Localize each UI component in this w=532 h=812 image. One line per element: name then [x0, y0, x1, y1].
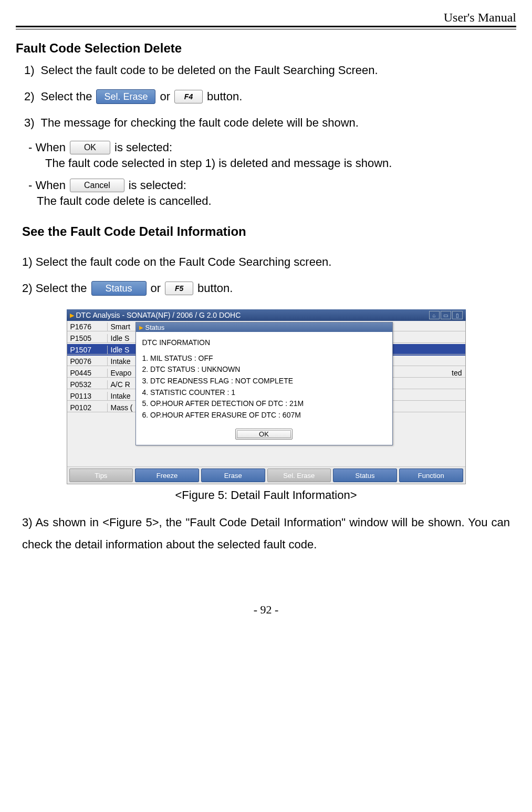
step-text: The message for checking the fault code … [41, 114, 359, 131]
when-suffix: is selected: [114, 141, 172, 154]
text-or: or [151, 280, 161, 297]
titlebar-marker-icon: ▶ [70, 312, 74, 319]
status-popup: ▶ Status DTC INFORMATION 1. MIL STATUS :… [135, 322, 393, 445]
app-titlebar: ▶ DTC Analysis - SONATA(NF) / 2006 / G 2… [67, 309, 466, 321]
text-or: or [160, 88, 170, 105]
step-text-a: Select the [41, 88, 92, 105]
f4-key[interactable]: F4 [174, 90, 203, 103]
paragraph-3: 3) As shown in <Figure 5>, the "Fault Co… [22, 512, 510, 556]
s2-step-1: 1) Select the fault code on the Fault Co… [22, 254, 516, 270]
popup-info-line: 4. STATISTIC COUNTER : 1 [142, 387, 386, 399]
section-heading-detail: See the Fault Code Detail Information [22, 224, 516, 239]
popup-info-line: 1. MIL STATUS : OFF [142, 353, 386, 365]
header-title: User's Manual [16, 11, 516, 25]
popup-info-line: 6. OP.HOUR AFTER ERASURE OF DTC : 607M [142, 410, 386, 421]
dtc-code: P0076 [67, 357, 108, 366]
dtc-code: P0445 [67, 369, 108, 378]
toolbar-freeze-button[interactable]: Freeze [135, 469, 199, 482]
status-button[interactable]: Status [91, 281, 147, 296]
toolbar-status-button[interactable]: Status [333, 469, 397, 482]
when-cancel-text: The fault code delete is cancelled. [37, 193, 516, 210]
popup-ok-button[interactable]: OK [235, 429, 293, 440]
dtc-code: P0102 [67, 403, 108, 412]
when-prefix: - When [28, 141, 66, 154]
toolbar-erase-button[interactable]: Erase [201, 469, 265, 482]
when-cancel-line: - When Cancel is selected: [28, 179, 516, 192]
step-num: 1) [24, 62, 35, 79]
when-ok-text: The fault code selected in step 1) is de… [45, 155, 516, 172]
toolbar-sel--erase-button[interactable]: Sel. Erase [267, 469, 331, 482]
toolbar-tips-button[interactable]: Tips [69, 469, 133, 482]
figure-caption: <Figure 5: Detail Fault Information> [16, 488, 516, 502]
step-3: 3) The message for checking the fault co… [24, 114, 516, 131]
when-ok-line: - When OK is selected: [28, 141, 516, 154]
popup-title-text: Status [145, 324, 165, 331]
popup-marker-icon: ▶ [139, 325, 143, 330]
step-text: Select the fault code to be deleted on t… [41, 62, 378, 79]
cancel-button[interactable]: Cancel [70, 179, 124, 192]
toolbar-function-button[interactable]: Function [399, 469, 463, 482]
figure-screenshot: ▶ DTC Analysis - SONATA(NF) / 2006 / G 2… [67, 309, 466, 484]
step-text-b: button. [207, 88, 242, 105]
step-num: 3) [24, 114, 35, 131]
dtc-code: P1507 [67, 346, 108, 355]
step-num: 2) [24, 88, 35, 105]
dtc-code: P1676 [67, 322, 108, 331]
dtc-code: P1505 [67, 334, 108, 343]
when-prefix: - When [28, 179, 66, 192]
s2-step-2: 2) Select the Status or F5 button. [22, 280, 516, 297]
step-text-b: button. [197, 280, 233, 297]
sel-erase-button[interactable]: Sel. Erase [96, 89, 155, 104]
header-rule [16, 26, 516, 29]
popup-titlebar: ▶ Status [136, 322, 392, 332]
ok-button[interactable]: OK [70, 141, 110, 154]
popup-info-line: 5. OP.HOUR AFTER DETECTION OF DTC : 21M [142, 398, 386, 410]
app-body: P1676SmartP1505Idle SP1507Idle SP0076Int… [67, 321, 466, 484]
step-text-a: 2) Select the [22, 280, 87, 297]
step-2: 2) Select the Sel. Erase or F4 button. [24, 88, 516, 105]
step-1: 1) Select the fault code to be deleted o… [24, 62, 516, 79]
f5-key[interactable]: F5 [165, 282, 193, 295]
titlebar-text: DTC Analysis - SONATA(NF) / 2006 / G 2.0… [76, 311, 241, 319]
close-icon[interactable]: ▯ [452, 311, 463, 319]
when-suffix: is selected: [129, 179, 186, 192]
page-number: - 92 - [16, 603, 516, 617]
popup-content: DTC INFORMATION 1. MIL STATUS : OFF2. DT… [136, 332, 392, 428]
bottom-toolbar: TipsFreezeEraseSel. EraseStatusFunction [67, 466, 465, 484]
popup-heading: DTC INFORMATION [142, 337, 386, 349]
section-heading-delete: Fault Code Selection Delete [16, 41, 516, 56]
step-text: 1) Select the fault code on the Fault Co… [22, 254, 331, 270]
home-icon[interactable]: ⌂ [429, 311, 440, 319]
print-icon[interactable]: ▭ [441, 311, 451, 319]
dtc-code: P0532 [67, 380, 108, 389]
dtc-code: P0113 [67, 392, 108, 401]
popup-info-line: 3. DTC READNESS FLAG : NOT COMPLETE [142, 376, 386, 387]
popup-info-line: 2. DTC STATUS : UNKNOWN [142, 364, 386, 376]
